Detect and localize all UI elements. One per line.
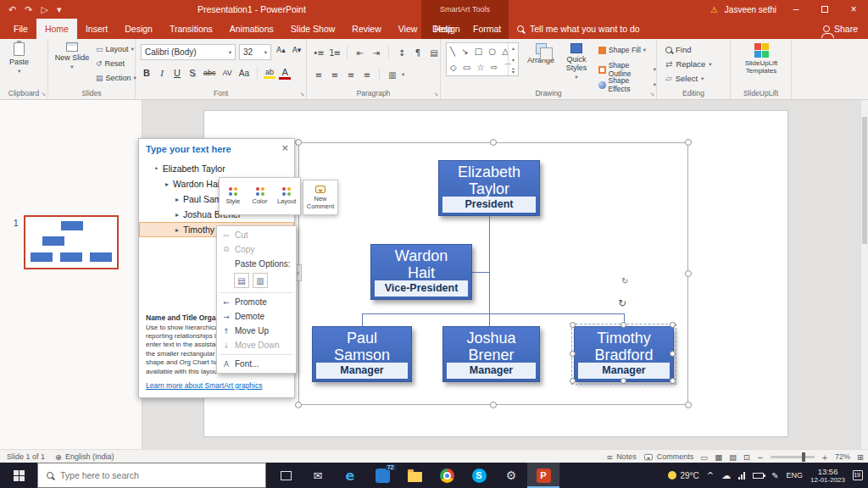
weather-widget[interactable]: 29°C bbox=[668, 471, 698, 480]
tab-view[interactable]: View bbox=[390, 19, 426, 39]
tab-transitions[interactable]: Transitions bbox=[161, 19, 221, 39]
language-indicator[interactable]: ⊕ English (India) bbox=[55, 452, 114, 462]
italic-button[interactable]: I bbox=[156, 68, 168, 78]
text-pane-item-1[interactable]: • Elizabeth Taylor bbox=[139, 161, 294, 176]
scrollbar-thumb[interactable] bbox=[862, 117, 867, 244]
pen-icon[interactable]: ✎ bbox=[771, 471, 778, 480]
align-left-button[interactable]: ≡ bbox=[312, 70, 325, 80]
normal-view-button[interactable]: ▭ bbox=[700, 452, 708, 462]
character-spacing-button[interactable]: AV bbox=[221, 69, 234, 77]
menu-item-cut[interactable]: ✂ Cut bbox=[217, 228, 296, 242]
font-color-button[interactable]: A bbox=[279, 67, 291, 80]
resize-handle[interactable] bbox=[685, 402, 692, 408]
org-node-manager-2[interactable]: Joshua Brener Manager bbox=[442, 326, 540, 382]
taskbar-search[interactable] bbox=[37, 463, 266, 488]
language-abbr[interactable]: ENG bbox=[787, 471, 804, 480]
notification-center-button[interactable]: 19 bbox=[853, 470, 863, 480]
resize-handle[interactable] bbox=[685, 270, 692, 277]
learn-more-link[interactable]: Learn more about SmartArt graphics bbox=[146, 381, 262, 390]
shape-resize-handle[interactable] bbox=[570, 322, 576, 328]
shape-resize-handle[interactable] bbox=[570, 378, 576, 384]
minimize-button[interactable]: – bbox=[782, 0, 810, 19]
resize-handle[interactable] bbox=[295, 139, 302, 146]
menu-item-copy[interactable]: ⧉ Copy bbox=[217, 242, 296, 257]
strikethrough-button[interactable]: abc bbox=[202, 69, 218, 77]
network-icon[interactable] bbox=[738, 472, 745, 480]
paste-keep-formatting-button[interactable]: ▤ bbox=[234, 273, 249, 288]
file-explorer-button[interactable] bbox=[398, 463, 431, 488]
font-name-select[interactable]: Calibri (Body) ▾ bbox=[141, 44, 236, 60]
paste-button[interactable]: Paste ▾ bbox=[9, 42, 29, 75]
paste-picture-button[interactable]: ▥ bbox=[253, 273, 268, 288]
slide-thumbnail[interactable] bbox=[24, 215, 119, 269]
org-node-vice-president[interactable]: Wardon Hait Vice-President bbox=[370, 244, 472, 300]
show-hidden-icons-button[interactable]: ^ bbox=[707, 471, 714, 480]
numbering-button[interactable]: 1≡ bbox=[328, 48, 341, 58]
close-icon[interactable]: × bbox=[281, 142, 289, 153]
search-input[interactable] bbox=[60, 470, 257, 480]
select-button[interactable]: ▱ Select ▾ bbox=[665, 74, 704, 83]
gallery-scroll-up-icon[interactable]: ▴ bbox=[512, 45, 515, 51]
reset-button[interactable]: ↺ Reset bbox=[96, 59, 125, 68]
shape-fill-button[interactable]: Shape Fill ▾ bbox=[598, 46, 646, 54]
align-right-button[interactable]: ≡ bbox=[344, 70, 357, 80]
menu-item-move-down[interactable]: ↓ Move Down bbox=[217, 338, 296, 352]
resize-handle[interactable] bbox=[295, 402, 302, 408]
clock[interactable]: 13:56 12-01-2023 bbox=[810, 467, 845, 485]
shapes-gallery[interactable]: ╲ ↘ □ ○ △ ◇ ▭ ☆ ⇨ ⌒ ▴ ▾ ▾ bbox=[446, 42, 519, 76]
text-direction-button[interactable]: ¶ bbox=[411, 48, 424, 58]
shape-outline-button[interactable]: Shape Outline ▾ bbox=[598, 61, 656, 78]
new-slide-button[interactable]: New Slide ▾ bbox=[53, 42, 91, 70]
powerpoint-taskbar-button[interactable]: P bbox=[527, 463, 559, 488]
rotate-handle-icon[interactable]: ↻ bbox=[618, 297, 626, 309]
vertical-scrollbar[interactable] bbox=[860, 100, 868, 449]
align-center-button[interactable]: ≡ bbox=[328, 70, 341, 80]
tab-smartart-format[interactable]: Format bbox=[465, 19, 509, 39]
shape-resize-handle[interactable] bbox=[620, 322, 626, 328]
org-node-manager-1[interactable]: Paul Samson Manager bbox=[312, 326, 412, 382]
bullets-button[interactable]: •≡ bbox=[312, 48, 325, 58]
underline-button[interactable]: U bbox=[171, 68, 183, 78]
close-button[interactable]: × bbox=[839, 0, 868, 19]
tab-slide-show[interactable]: Slide Show bbox=[282, 19, 344, 39]
align-text-button[interactable]: ▤ bbox=[427, 48, 440, 58]
gallery-more-icon[interactable]: ▾ bbox=[512, 69, 515, 74]
line-spacing-button[interactable]: ↕ bbox=[395, 48, 408, 58]
zoom-out-button[interactable]: − bbox=[757, 452, 764, 462]
bold-button[interactable]: B bbox=[141, 68, 153, 78]
slide-sorter-view-button[interactable]: ▦ bbox=[715, 452, 722, 462]
grow-font-icon[interactable]: A▴ bbox=[275, 46, 287, 54]
layout-gallery-button[interactable]: Layout bbox=[273, 178, 300, 214]
slideshow-view-button[interactable]: ⊡ bbox=[743, 452, 750, 462]
shrink-font-icon[interactable]: A▾ bbox=[291, 46, 303, 54]
customize-qat-icon[interactable]: ▾ bbox=[57, 4, 62, 15]
zoom-slider[interactable] bbox=[771, 456, 815, 458]
paragraph-dialog-launcher[interactable]: ↘ bbox=[433, 91, 438, 97]
font-dialog-launcher[interactable]: ↘ bbox=[299, 91, 304, 97]
chrome-button[interactable] bbox=[431, 463, 463, 488]
mail-app-button[interactable]: ✉ bbox=[302, 463, 334, 488]
quick-styles-button[interactable]: Quick Styles ▾ bbox=[559, 43, 593, 80]
menu-item-promote[interactable]: ← Promote bbox=[217, 295, 296, 309]
tab-animations[interactable]: Animations bbox=[221, 19, 282, 39]
comments-button[interactable]: Comments bbox=[643, 452, 694, 461]
shape-resize-handle[interactable] bbox=[570, 351, 576, 357]
style-button[interactable]: Style bbox=[220, 178, 247, 214]
section-button[interactable]: ▤ Section ▾ bbox=[96, 74, 136, 82]
notes-button[interactable]: ≡ Notes bbox=[606, 452, 636, 462]
arrange-button[interactable]: Arrange bbox=[524, 43, 558, 64]
text-shadow-button[interactable]: S bbox=[186, 68, 198, 78]
replace-button[interactable]: ⇄ Replace ▾ bbox=[665, 59, 712, 69]
restore-button[interactable] bbox=[810, 0, 839, 19]
onedrive-cloud-icon[interactable]: ☁ bbox=[721, 470, 731, 481]
battery-icon[interactable] bbox=[753, 473, 764, 479]
menu-item-demote[interactable]: → Demote bbox=[217, 309, 296, 324]
font-size-select[interactable]: 32 ▾ bbox=[239, 44, 271, 60]
drawing-dialog-launcher[interactable]: ↘ bbox=[649, 91, 654, 97]
task-view-button[interactable] bbox=[270, 463, 302, 488]
tab-smartart-design[interactable]: Design bbox=[424, 19, 469, 39]
color-button[interactable]: Color bbox=[247, 178, 274, 214]
menu-item-move-up[interactable]: ↑ Move Up bbox=[217, 324, 296, 338]
rotate-handle-icon[interactable]: ↻ bbox=[621, 276, 628, 286]
app-with-badge-button[interactable]: 72 bbox=[366, 463, 398, 488]
